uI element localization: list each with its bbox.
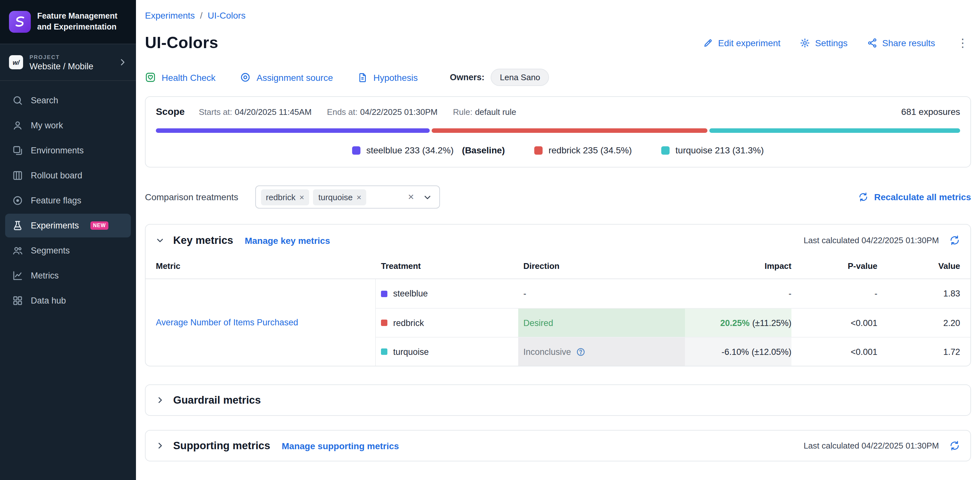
direction-inconclusive-label: Inconclusive <box>523 347 571 356</box>
metric-link[interactable]: Average Number of Items Purchased <box>156 317 298 327</box>
last-calculated-text: Last calculated 04/22/2025 01:30PM <box>803 441 939 450</box>
kebab-menu-icon[interactable]: ⋮ <box>955 36 971 50</box>
sidebar-item-feature-flags[interactable]: Feature flags <box>5 189 131 212</box>
metric-name-cell: Average Number of Items Purchased <box>146 279 376 366</box>
treatment-name: redbrick <box>393 318 424 328</box>
treatment-swatch <box>381 348 387 355</box>
refresh-icon[interactable] <box>949 440 960 451</box>
target-icon <box>240 72 251 83</box>
legend-swatch <box>352 146 360 154</box>
column-header-metric: Metric <box>146 254 376 279</box>
header-row: UI-Colors Edit experiment Settings <box>145 33 971 52</box>
breadcrumb-link-current[interactable]: UI-Colors <box>207 10 245 21</box>
edit-experiment-button[interactable]: Edit experiment <box>703 38 781 48</box>
sidebar-item-metrics[interactable]: Metrics <box>5 264 131 287</box>
health-check-link[interactable]: Health Check <box>145 72 215 83</box>
direction-desired-label: Desired <box>523 318 553 328</box>
sidebar-item-label: Metrics <box>31 271 59 281</box>
guardrail-metrics-title: Guardrail metrics <box>173 394 261 406</box>
baseline-label: (Baseline) <box>462 145 505 155</box>
app-logo-icon <box>9 11 31 33</box>
sidebar-item-label: Rollout board <box>31 171 83 180</box>
sidebar: Feature Management and Experimentation w… <box>0 0 136 480</box>
guardrail-metrics-card: Guardrail metrics <box>145 384 971 416</box>
direction-cell: Inconclusive <box>518 337 685 366</box>
key-metrics-table: Metric Treatment Direction Impact P-valu… <box>146 254 970 366</box>
owner-pill[interactable]: Lena Sano <box>491 69 549 86</box>
sidebar-nav: Search My work Environments Rollout boar… <box>0 81 136 320</box>
treatment-legend: steelblue 233 (34.2%) (Baseline) redbric… <box>156 145 960 155</box>
sidebar-item-environments[interactable]: Environments <box>5 139 131 163</box>
assignment-source-label: Assignment source <box>256 72 333 83</box>
sidebar-item-label: Experiments <box>31 221 79 230</box>
treatment-cell-steelblue: steelblue <box>376 279 518 308</box>
document-icon <box>357 72 368 83</box>
sidebar-item-data-hub[interactable]: Data hub <box>5 289 131 313</box>
hypothesis-label: Hypothesis <box>373 72 418 83</box>
user-icon <box>11 120 23 131</box>
scope-header: Scope Starts at:04/20/2025 11:45AM Ends … <box>156 106 960 117</box>
share-results-button[interactable]: Share results <box>867 38 935 48</box>
refresh-icon[interactable] <box>949 235 960 246</box>
manage-key-metrics-link[interactable]: Manage key metrics <box>245 235 330 246</box>
chip-redbrick[interactable]: redbrick × <box>261 189 309 205</box>
guardrail-metrics-header[interactable]: Guardrail metrics <box>146 385 970 415</box>
column-header-value: Value <box>883 254 970 279</box>
page-title: UI-Colors <box>145 33 218 52</box>
chip-turquoise[interactable]: turquoise × <box>313 189 366 205</box>
comparison-treatments-select[interactable]: redbrick × turquoise × × <box>255 185 440 209</box>
chevron-down-icon[interactable] <box>418 193 434 201</box>
legend-text: steelblue 233 (34.2%) <box>366 145 453 155</box>
header-actions: Edit experiment Settings Share results ⋮ <box>703 36 971 50</box>
key-metrics-title: Key metrics <box>173 234 233 246</box>
treatment-cell-redbrick: redbrick <box>376 308 518 337</box>
remove-chip-icon[interactable]: × <box>356 192 361 202</box>
sidebar-item-rollout-board[interactable]: Rollout board <box>5 164 131 187</box>
value-cell: 1.72 <box>883 337 970 366</box>
remove-chip-icon[interactable]: × <box>299 192 304 202</box>
settings-label: Settings <box>815 38 848 48</box>
question-circle-icon[interactable] <box>576 347 586 356</box>
scope-starts: Starts at:04/20/2025 11:45AM <box>199 107 312 117</box>
project-meta: PROJECT Website / Mobile <box>30 54 111 71</box>
scope-meta: Starts at:04/20/2025 11:45AM Ends at:04/… <box>199 107 516 117</box>
expand-chevron-right-icon[interactable] <box>156 396 164 404</box>
sidebar-item-segments[interactable]: Segments <box>5 239 131 263</box>
owners-label: Owners: <box>450 72 485 82</box>
legend-item-steelblue: steelblue 233 (34.2%) (Baseline) <box>352 145 505 155</box>
column-header-direction: Direction <box>518 254 685 279</box>
exposures-count: 681 exposures <box>901 107 960 117</box>
search-icon <box>11 95 23 106</box>
bar-segment-steelblue <box>156 128 430 133</box>
scope-title: Scope <box>156 106 185 117</box>
treatment-name: turquoise <box>393 347 429 356</box>
hypothesis-link[interactable]: Hypothesis <box>357 72 418 83</box>
edit-experiment-label: Edit experiment <box>718 38 781 48</box>
environments-icon <box>11 145 23 156</box>
health-check-label: Health Check <box>162 72 215 83</box>
legend-item-redbrick: redbrick 235 (34.5%) <box>534 145 632 155</box>
sidebar-item-search[interactable]: Search <box>5 89 131 112</box>
recalculate-all-metrics-button[interactable]: Recalculate all metrics <box>858 192 971 202</box>
app-title: Feature Management and Experimentation <box>37 11 127 33</box>
app-logo[interactable]: Feature Management and Experimentation <box>0 0 136 44</box>
clear-selection-icon[interactable]: × <box>408 192 414 202</box>
sidebar-item-label: My work <box>31 121 63 130</box>
sidebar-item-label: Environments <box>31 146 84 155</box>
recalculate-label: Recalculate all metrics <box>874 192 971 202</box>
assignment-source-link[interactable]: Assignment source <box>240 72 333 83</box>
breadcrumb-link-experiments[interactable]: Experiments <box>145 10 195 21</box>
sidebar-item-experiments[interactable]: Experiments NEW <box>5 214 131 238</box>
breadcrumb: Experiments / UI-Colors <box>145 10 971 21</box>
collapse-chevron-down-icon[interactable] <box>156 236 164 244</box>
expand-chevron-right-icon[interactable] <box>156 442 164 450</box>
settings-button[interactable]: Settings <box>800 38 848 48</box>
value-cell: 1.83 <box>883 279 970 308</box>
project-switcher[interactable]: w/ PROJECT Website / Mobile <box>0 44 136 81</box>
manage-supporting-metrics-link[interactable]: Manage supporting metrics <box>282 440 399 451</box>
sidebar-item-my-work[interactable]: My work <box>5 113 131 137</box>
experiment-links-row: Health Check Assignment source Hypothesi… <box>145 69 971 86</box>
bar-segment-redbrick <box>432 128 708 133</box>
column-header-p-value: P-value <box>791 254 883 279</box>
legend-text: redbrick 235 (34.5%) <box>548 145 632 155</box>
